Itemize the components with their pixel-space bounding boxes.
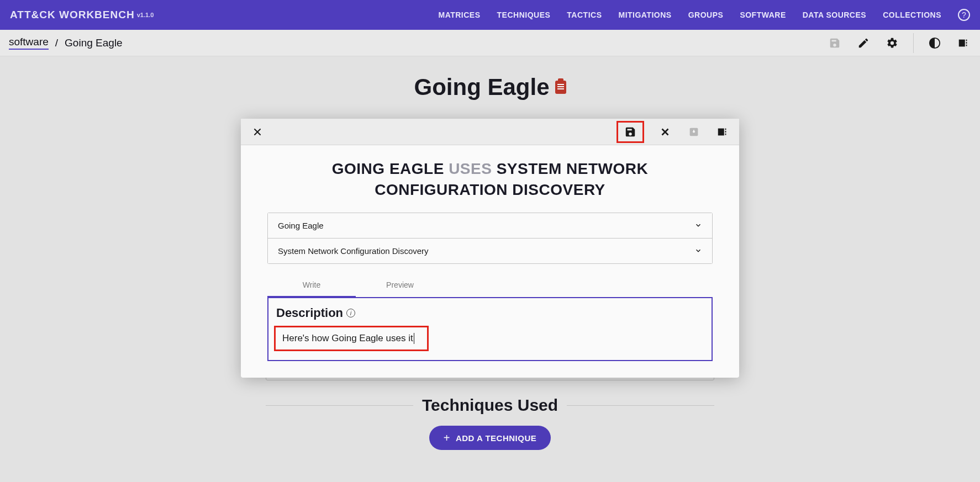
add-technique-button[interactable]: + ADD A TECHNIQUE: [429, 426, 551, 450]
svg-rect-2: [966, 39, 967, 41]
highlight-save: [617, 121, 644, 143]
highlight-description: Here's how Going Eagle uses it: [274, 326, 429, 352]
info-icon[interactable]: i: [346, 309, 355, 317]
nav-groups[interactable]: GROUPS: [688, 10, 724, 19]
tools-icon[interactable]: [657, 124, 673, 140]
add-technique-label: ADD A TECHNIQUE: [456, 433, 536, 443]
brand-name: ATT&CK WORKBENCH: [10, 9, 135, 21]
breadcrumb-sep: /: [55, 37, 58, 49]
nav-tactics[interactable]: TACTICS: [567, 10, 602, 19]
editor-tabs: Write Preview: [267, 274, 713, 297]
download-icon[interactable]: [686, 124, 702, 140]
invert-icon[interactable]: [927, 35, 942, 51]
target-select-value: System Network Configuration Discovery: [278, 246, 429, 256]
select-group: Going Eagle System Network Configuration…: [267, 213, 713, 264]
relationship-modal: GOING EAGLE USES SYSTEM NETWORK CONFIGUR…: [241, 119, 739, 378]
page-title-text: Going Eagle: [414, 74, 549, 100]
modal-title: GOING EAGLE USES SYSTEM NETWORK CONFIGUR…: [267, 158, 713, 200]
svg-rect-3: [966, 42, 967, 44]
description-label: Description i: [276, 306, 704, 320]
subbar-divider: [913, 33, 914, 53]
nav-items: MATRICES TECHNIQUES TACTICS MITIGATIONS …: [438, 9, 970, 21]
svg-rect-1: [959, 39, 965, 46]
gear-icon[interactable]: [884, 35, 900, 51]
clipboard-icon: [555, 81, 566, 94]
sub-toolbar: software / Going Eagle: [0, 30, 980, 56]
tab-preview[interactable]: Preview: [356, 274, 444, 297]
nav-matrices[interactable]: MATRICES: [438, 10, 480, 19]
nav-techniques[interactable]: TECHNIQUES: [497, 10, 551, 19]
techniques-heading: Techniques Used: [422, 396, 558, 415]
save-icon[interactable]: [827, 35, 842, 51]
help-icon[interactable]: ?: [958, 9, 970, 21]
nav-collections[interactable]: COLLECTIONS: [883, 10, 941, 19]
chevron-down-icon: [694, 247, 702, 255]
techniques-heading-row: Techniques Used: [266, 396, 714, 415]
page-title: Going Eagle: [266, 74, 714, 100]
nav-data-sources[interactable]: DATA SOURCES: [803, 10, 866, 19]
chevron-down-icon: [694, 221, 702, 229]
source-select[interactable]: Going Eagle: [267, 213, 713, 239]
text-cursor: [414, 333, 414, 344]
breadcrumb: software / Going Eagle: [9, 36, 123, 50]
breadcrumb-root[interactable]: software: [9, 36, 49, 50]
modal-title-verb: USES: [449, 160, 492, 177]
nav-software[interactable]: SOFTWARE: [740, 10, 786, 19]
sidebar-icon[interactable]: [956, 35, 971, 51]
breadcrumb-current: Going Eagle: [65, 37, 123, 49]
brand-version: v1.1.0: [137, 12, 154, 18]
pencil-icon[interactable]: [856, 35, 871, 51]
modal-sidebar-icon[interactable]: [715, 124, 730, 140]
description-editor[interactable]: Description i Here's how Going Eagle use…: [267, 297, 713, 362]
description-input[interactable]: Here's how Going Eagle uses it: [282, 333, 413, 343]
subbar-actions: [827, 33, 971, 53]
svg-rect-8: [725, 131, 726, 133]
plus-icon: +: [444, 432, 450, 443]
svg-rect-6: [718, 128, 724, 135]
modal-save-icon[interactable]: [623, 124, 638, 140]
svg-rect-4: [966, 44, 967, 46]
close-icon[interactable]: [250, 124, 265, 140]
modal-body: GOING EAGLE USES SYSTEM NETWORK CONFIGUR…: [241, 145, 739, 378]
top-nav: ATT&CK WORKBENCH v1.1.0 MATRICES TECHNIQ…: [0, 0, 980, 30]
modal-title-actor: GOING EAGLE: [332, 160, 444, 177]
modal-actions: [617, 121, 730, 143]
nav-mitigations[interactable]: MITIGATIONS: [618, 10, 671, 19]
svg-rect-7: [725, 128, 726, 130]
svg-rect-9: [725, 133, 726, 135]
tab-write[interactable]: Write: [267, 274, 356, 297]
target-select[interactable]: System Network Configuration Discovery: [267, 239, 713, 264]
source-select-value: Going Eagle: [278, 221, 324, 230]
modal-header: [241, 119, 739, 145]
